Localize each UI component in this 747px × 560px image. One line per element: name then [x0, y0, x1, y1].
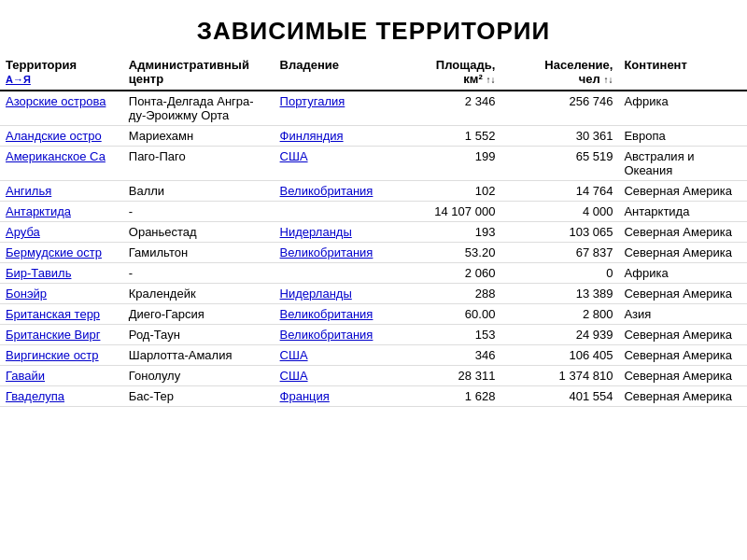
cell-ownership: [275, 263, 394, 284]
territory-link[interactable]: Гавайи: [6, 369, 45, 383]
cell-continent: Северная Америка: [618, 366, 747, 386]
cell-ownership: Великобритания: [275, 181, 394, 202]
ownership-link[interactable]: Португалия: [280, 94, 345, 108]
cell-population: 14 764: [500, 181, 618, 202]
col-header-population: Население, чел ↑↓: [500, 55, 618, 91]
ownership-link[interactable]: США: [280, 348, 308, 362]
cell-territory: Антарктида: [0, 202, 123, 222]
territory-link[interactable]: Британская терр: [6, 307, 100, 321]
cell-area: 346: [394, 345, 501, 366]
cell-admin: Валли: [123, 181, 275, 202]
ownership-link[interactable]: Нидерланды: [280, 287, 352, 301]
table-row: Бонэйр Кралендейк Нидерланды 288 13 389 …: [0, 284, 747, 304]
cell-territory: Ангилья: [0, 181, 123, 202]
ownership-link[interactable]: Нидерланды: [280, 225, 352, 239]
sort-territory-az[interactable]: А→Я: [6, 74, 31, 85]
ownership-link[interactable]: Великобритания: [280, 328, 374, 342]
table-row: Гваделупа Бас-Тер Франция 1 628 401 554 …: [0, 386, 747, 407]
cell-admin: Мариехамн: [123, 126, 275, 147]
territory-link[interactable]: Ангилья: [6, 184, 51, 198]
cell-admin: Бас-Тер: [123, 386, 275, 407]
cell-ownership: Финляндия: [275, 126, 394, 147]
cell-continent: Северная Америка: [618, 325, 747, 345]
cell-continent: Северная Америка: [618, 345, 747, 366]
cell-territory: Бермудские остр: [0, 243, 123, 263]
cell-admin: Гонолулу: [123, 366, 275, 386]
table-row: Виргинские остр Шарлотта-Амалия США 346 …: [0, 345, 747, 366]
cell-admin: Кралендейк: [123, 284, 275, 304]
cell-continent: Северная Америка: [618, 181, 747, 202]
cell-territory: Британские Вирг: [0, 325, 123, 345]
cell-territory: Аруба: [0, 222, 123, 243]
ownership-link[interactable]: Финляндия: [280, 129, 344, 143]
cell-ownership: Великобритания: [275, 243, 394, 263]
cell-territory: Гавайи: [0, 366, 123, 386]
cell-continent: Северная Америка: [618, 243, 747, 263]
cell-admin: Гамильтон: [123, 243, 275, 263]
cell-population: 13 389: [500, 284, 618, 304]
territory-link[interactable]: Американское Са: [6, 149, 106, 163]
ownership-link[interactable]: Великобритания: [280, 184, 374, 198]
page-title: ЗАВИСИМЫЕ ТЕРРИТОРИИ: [0, 0, 747, 55]
cell-territory: Британская терр: [0, 304, 123, 325]
cell-ownership: [275, 202, 394, 222]
col-header-continent: Континент: [618, 55, 747, 91]
territory-link[interactable]: Виргинские остр: [6, 348, 99, 362]
cell-ownership: Португалия: [275, 91, 394, 126]
cell-admin: Паго-Паго: [123, 147, 275, 181]
cell-area: 2 060: [394, 263, 501, 284]
table-row: Антарктида - 14 107 000 4 000 Антарктида: [0, 202, 747, 222]
table-row: Азорские острова Понта-Делгада Ангра-ду-…: [0, 91, 747, 126]
table-row: Бир-Тавиль - 2 060 0 Африка: [0, 263, 747, 284]
ownership-link[interactable]: США: [280, 149, 308, 163]
cell-area: 2 346: [394, 91, 501, 126]
ownership-link[interactable]: Великобритания: [280, 245, 374, 259]
cell-area: 199: [394, 147, 501, 181]
sort-area[interactable]: ↑↓: [486, 75, 495, 85]
cell-ownership: Великобритания: [275, 304, 394, 325]
cell-continent: Африка: [618, 91, 747, 126]
table-header: Территория А→Я Административный центр Вл…: [0, 55, 747, 91]
table-row: Аруба Ораньестад Нидерланды 193 103 065 …: [0, 222, 747, 243]
cell-area: 14 107 000: [394, 202, 501, 222]
cell-population: 0: [500, 263, 618, 284]
cell-area: 102: [394, 181, 501, 202]
territory-link[interactable]: Аруба: [6, 225, 40, 239]
table-row: Ангилья Валли Великобритания 102 14 764 …: [0, 181, 747, 202]
cell-population: 103 065: [500, 222, 618, 243]
territory-link[interactable]: Британские Вирг: [6, 328, 100, 342]
cell-admin: -: [123, 263, 275, 284]
cell-admin: Диего-Гарсия: [123, 304, 275, 325]
territory-link[interactable]: Бир-Тавиль: [6, 266, 71, 280]
cell-admin: -: [123, 202, 275, 222]
cell-area: 288: [394, 284, 501, 304]
col-header-area: Площадь, км² ↑↓: [394, 55, 501, 91]
cell-admin: Род-Таун: [123, 325, 275, 345]
ownership-link[interactable]: США: [280, 369, 308, 383]
territory-link[interactable]: Бонэйр: [6, 287, 47, 301]
territory-link[interactable]: Азорские острова: [6, 94, 106, 108]
territory-link[interactable]: Антарктида: [6, 204, 71, 218]
cell-admin: Шарлотта-Амалия: [123, 345, 275, 366]
cell-ownership: Франция: [275, 386, 394, 407]
cell-ownership: Нидерланды: [275, 284, 394, 304]
cell-population: 401 554: [500, 386, 618, 407]
cell-ownership: США: [275, 345, 394, 366]
ownership-link[interactable]: Франция: [280, 389, 330, 403]
ownership-link[interactable]: Великобритания: [280, 307, 374, 321]
territory-link[interactable]: Аландские остро: [6, 129, 102, 143]
cell-territory: Виргинские остр: [0, 345, 123, 366]
table-row: Британская терр Диего-Гарсия Великобрита…: [0, 304, 747, 325]
cell-population: 2 800: [500, 304, 618, 325]
cell-territory: Американское Са: [0, 147, 123, 181]
territory-link[interactable]: Бермудские остр: [6, 245, 102, 259]
col-header-admin: Административный центр: [123, 55, 275, 91]
table-row: Аландские остро Мариехамн Финляндия 1 55…: [0, 126, 747, 147]
cell-area: 153: [394, 325, 501, 345]
cell-area: 1 552: [394, 126, 501, 147]
sort-population[interactable]: ↑↓: [603, 75, 613, 85]
table-row: Британские Вирг Род-Таун Великобритания …: [0, 325, 747, 345]
table-row: Бермудские остр Гамильтон Великобритания…: [0, 243, 747, 263]
territory-link[interactable]: Гваделупа: [6, 389, 64, 403]
cell-population: 24 939: [500, 325, 618, 345]
